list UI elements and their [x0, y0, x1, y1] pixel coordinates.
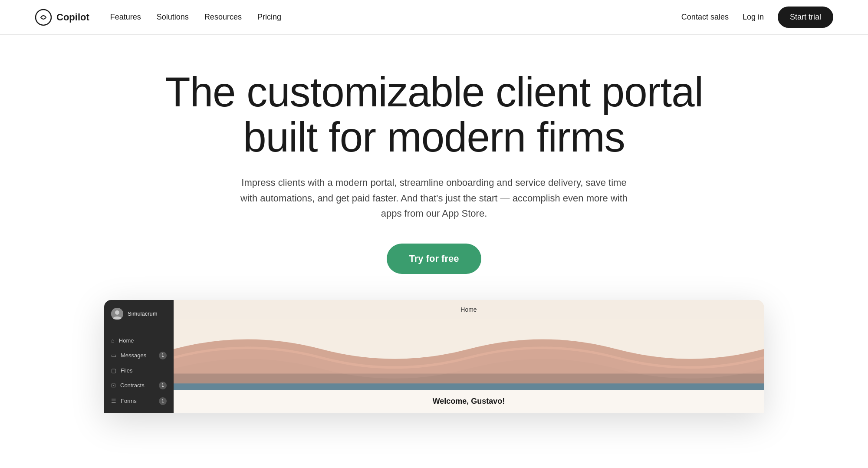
avatar-icon [111, 308, 123, 320]
dashboard-sidebar: Simulacrum ⌂ Home ▭ Messages 1 ▢ Files ⊡ [104, 300, 174, 413]
sidebar-item-home[interactable]: ⌂ Home [104, 333, 174, 348]
welcome-text: Welcome, Gustavo! [433, 397, 505, 405]
dashboard-preview: Simulacrum ⌂ Home ▭ Messages 1 ▢ Files ⊡ [104, 300, 764, 413]
files-icon: ▢ [111, 367, 116, 374]
hero-section: The customizable client portal built for… [0, 35, 868, 439]
forms-icon: ☰ [111, 398, 116, 404]
home-page-label: Home [460, 306, 477, 313]
start-trial-button[interactable]: Start trial [778, 7, 833, 28]
sidebar-item-billing[interactable]: ⊞ Billing [104, 409, 174, 413]
login-link[interactable]: Log in [743, 13, 764, 22]
nav-link-solutions[interactable]: Solutions [157, 13, 189, 22]
svg-point-2 [115, 310, 119, 315]
contact-sales-link[interactable]: Contact sales [681, 13, 729, 22]
logo-text: Copilot [56, 12, 89, 23]
sidebar-item-forms[interactable]: ☰ Forms 1 [104, 393, 174, 409]
hero-subtitle: Impress clients with a modern portal, st… [239, 175, 629, 221]
sidebar-item-contracts[interactable]: ⊡ Contracts 1 [104, 378, 174, 393]
sidebar-item-contracts-label: Contracts [120, 382, 145, 389]
svg-point-0 [36, 10, 51, 25]
main-nav: Copilot Features Solutions Resources Pri… [0, 0, 868, 35]
nav-left: Copilot Features Solutions Resources Pri… [35, 9, 281, 26]
dashboard-main: Home Welcome, Gustav [174, 300, 764, 413]
hero-title: The customizable client portal built for… [130, 69, 738, 159]
logo-icon [35, 9, 52, 26]
welcome-section: Welcome, Gustavo! [174, 390, 764, 413]
contracts-icon: ⊡ [111, 382, 116, 389]
sidebar-nav: ⌂ Home ▭ Messages 1 ▢ Files ⊡ Contracts … [104, 328, 174, 413]
sidebar-avatar [111, 308, 123, 320]
sidebar-item-files[interactable]: ▢ Files [104, 363, 174, 378]
messages-badge: 1 [159, 352, 167, 359]
nav-right: Contact sales Log in Start trial [681, 7, 833, 28]
contracts-badge: 1 [159, 382, 167, 389]
home-icon: ⌂ [111, 337, 115, 344]
messages-icon: ▭ [111, 352, 116, 359]
forms-badge: 1 [159, 397, 167, 405]
sidebar-item-files-label: Files [121, 367, 132, 374]
nav-links: Features Solutions Resources Pricing [110, 13, 281, 22]
sidebar-item-messages[interactable]: ▭ Messages 1 [104, 348, 174, 363]
nav-link-features[interactable]: Features [110, 13, 141, 22]
try-for-free-button[interactable]: Try for free [387, 244, 482, 274]
sidebar-brand-name: Simulacrum [128, 310, 158, 317]
sidebar-item-forms-label: Forms [121, 398, 137, 404]
logo-link[interactable]: Copilot [35, 9, 89, 26]
sidebar-item-messages-label: Messages [121, 352, 146, 359]
sidebar-header: Simulacrum [104, 300, 174, 328]
nav-link-resources[interactable]: Resources [204, 13, 242, 22]
sidebar-item-home-label: Home [119, 337, 134, 344]
nav-link-pricing[interactable]: Pricing [257, 13, 281, 22]
dashboard-topbar: Home [174, 300, 764, 319]
